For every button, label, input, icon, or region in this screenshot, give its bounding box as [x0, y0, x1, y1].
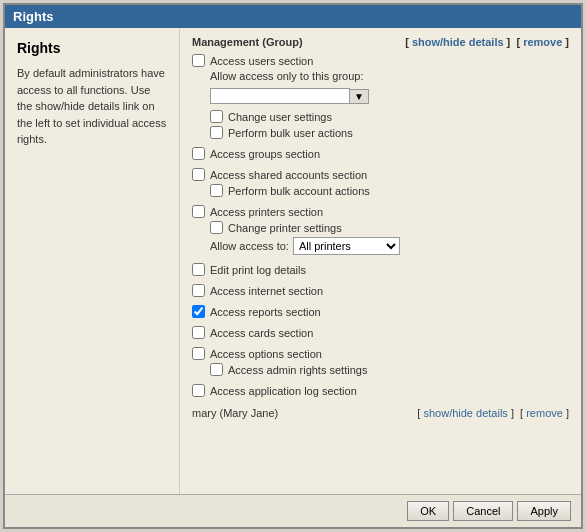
admin-rights-settings-label: Access admin rights settings	[228, 364, 367, 376]
permission-group-groups: Access groups section	[192, 147, 569, 160]
change-printer-settings-item: Change printer settings	[192, 221, 569, 234]
apply-button[interactable]: Apply	[517, 501, 571, 521]
mary-show-hide-link[interactable]: show/hide details	[423, 407, 507, 419]
mary-remove-link[interactable]: remove	[526, 407, 563, 419]
access-cards-item: Access cards section	[192, 326, 569, 339]
bulk-user-actions-checkbox[interactable]	[210, 126, 223, 139]
mary-group-footer: mary (Mary Jane) [ show/hide details ] […	[192, 405, 569, 421]
change-user-settings-label: Change user settings	[228, 111, 332, 123]
access-app-log-item: Access application log section	[192, 384, 569, 397]
access-options-checkbox[interactable]	[192, 347, 205, 360]
bulk-account-actions-checkbox[interactable]	[210, 184, 223, 197]
access-app-log-checkbox[interactable]	[192, 384, 205, 397]
access-shared-accounts-checkbox[interactable]	[192, 168, 205, 181]
left-panel-heading: Rights	[17, 38, 167, 59]
access-printers-checkbox[interactable]	[192, 205, 205, 218]
mary-group-label: mary (Mary Jane)	[192, 407, 278, 419]
change-user-settings-item: Change user settings	[192, 110, 569, 123]
bulk-account-actions-item: Perform bulk account actions	[192, 184, 569, 197]
management-group-label: Management (Group)	[192, 36, 303, 48]
cancel-button[interactable]: Cancel	[453, 501, 513, 521]
access-groups-item: Access groups section	[192, 147, 569, 160]
allow-only-dropdown-btn[interactable]: ▼	[349, 89, 369, 104]
allow-only-input-row: ▼	[192, 88, 569, 104]
management-show-hide-link[interactable]: show/hide details	[412, 36, 504, 48]
permission-group-users: Access users section Allow access only t…	[192, 54, 569, 139]
edit-print-log-checkbox[interactable]	[192, 263, 205, 276]
access-internet-item: Access internet section	[192, 284, 569, 297]
permission-group-internet: Access internet section	[192, 284, 569, 297]
dialog-title: Rights	[5, 5, 581, 28]
management-remove-link[interactable]: remove	[523, 36, 562, 48]
allow-only-group-row: Allow access only to this group:	[192, 70, 569, 82]
dialog-footer: OK Cancel Apply	[5, 494, 581, 527]
admin-rights-settings-checkbox[interactable]	[210, 363, 223, 376]
edit-print-log-label: Edit print log details	[210, 264, 306, 276]
left-panel: Rights By default administrators have ac…	[5, 28, 180, 494]
permission-group-reports: Access reports section	[192, 305, 569, 318]
access-shared-accounts-label: Access shared accounts section	[210, 169, 367, 181]
allow-only-label: Allow access only to this group:	[210, 70, 363, 82]
access-cards-checkbox[interactable]	[192, 326, 205, 339]
management-group-header: Management (Group) [ show/hide details ]…	[192, 36, 569, 48]
right-panel: Management (Group) [ show/hide details ]…	[180, 28, 581, 494]
permission-group-printers: Access printers section Change printer s…	[192, 205, 569, 255]
access-users-checkbox[interactable]	[192, 54, 205, 67]
permission-group-app-log: Access application log section	[192, 384, 569, 397]
bulk-account-actions-label: Perform bulk account actions	[228, 185, 370, 197]
mary-group-links: [ show/hide details ] [ remove ]	[417, 407, 569, 419]
access-app-log-label: Access application log section	[210, 385, 357, 397]
ok-button[interactable]: OK	[407, 501, 449, 521]
permission-group-print-log: Edit print log details	[192, 263, 569, 276]
access-internet-label: Access internet section	[210, 285, 323, 297]
access-printers-item: Access printers section	[192, 205, 569, 218]
access-printers-label: Access printers section	[210, 206, 323, 218]
allow-access-to-label: Allow access to:	[210, 240, 289, 252]
access-options-label: Access options section	[210, 348, 322, 360]
allow-access-to-select[interactable]: All printers Selected printers	[293, 237, 400, 255]
access-groups-checkbox[interactable]	[192, 147, 205, 160]
footer-buttons: OK Cancel Apply	[407, 501, 571, 521]
admin-rights-settings-item: Access admin rights settings	[192, 363, 569, 376]
access-shared-accounts-item: Access shared accounts section	[192, 168, 569, 181]
bulk-user-actions-label: Perform bulk user actions	[228, 127, 353, 139]
access-reports-label: Access reports section	[210, 306, 321, 318]
access-reports-item: Access reports section	[192, 305, 569, 318]
access-options-item: Access options section	[192, 347, 569, 360]
change-user-settings-checkbox[interactable]	[210, 110, 223, 123]
change-printer-settings-label: Change printer settings	[228, 222, 342, 234]
permission-group-shared-accounts: Access shared accounts section Perform b…	[192, 168, 569, 197]
rights-dialog: Rights Rights By default administrators …	[3, 3, 583, 529]
access-internet-checkbox[interactable]	[192, 284, 205, 297]
management-group-links: [ show/hide details ] [ remove ]	[405, 36, 569, 48]
change-printer-settings-checkbox[interactable]	[210, 221, 223, 234]
access-users-label: Access users section	[210, 55, 313, 67]
access-cards-label: Access cards section	[210, 327, 313, 339]
left-panel-description: By default administrators have access to…	[17, 65, 167, 148]
edit-print-log-item: Edit print log details	[192, 263, 569, 276]
allow-access-to-row: Allow access to: All printers Selected p…	[192, 237, 569, 255]
access-users-item: Access users section	[192, 54, 569, 67]
access-reports-checkbox[interactable]	[192, 305, 205, 318]
access-groups-label: Access groups section	[210, 148, 320, 160]
permission-group-options: Access options section Access admin righ…	[192, 347, 569, 376]
allow-only-input[interactable]	[210, 88, 350, 104]
permission-group-cards: Access cards section	[192, 326, 569, 339]
bulk-user-actions-item: Perform bulk user actions	[192, 126, 569, 139]
